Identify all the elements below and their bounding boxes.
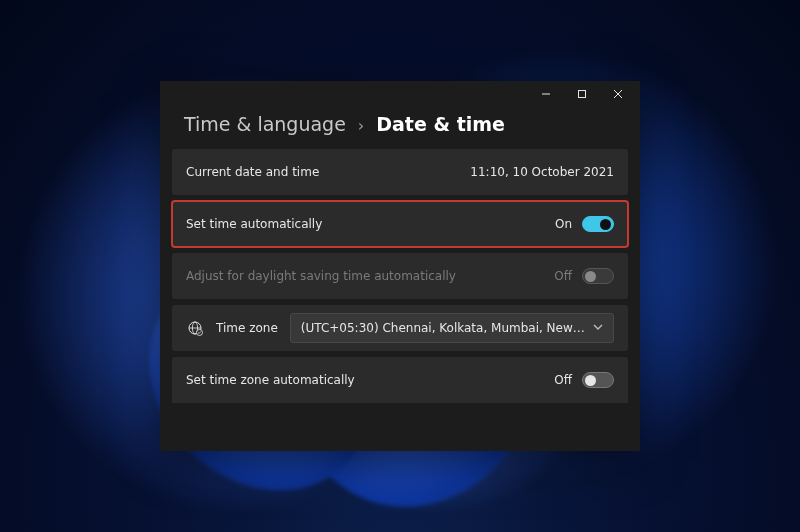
timezone-selected-value: (UTC+05:30) Chennai, Kolkata, Mumbai, Ne…: [301, 321, 585, 335]
chevron-right-icon: ›: [358, 116, 364, 135]
maximize-button[interactable]: [564, 81, 600, 107]
dst-toggle: [582, 268, 614, 284]
current-datetime-label: Current date and time: [186, 165, 319, 179]
set-timezone-automatically-label: Set time zone automatically: [186, 373, 355, 387]
window-titlebar: [160, 81, 640, 107]
timezone-row: Time zone (UTC+05:30) Chennai, Kolkata, …: [172, 305, 628, 351]
set-time-automatically-state: On: [555, 217, 572, 231]
set-time-automatically-toggle[interactable]: [582, 216, 614, 232]
close-button[interactable]: [600, 81, 636, 107]
close-icon: [613, 89, 623, 99]
settings-panel: Current date and time 11:10, 10 October …: [160, 149, 640, 451]
set-timezone-automatically-toggle[interactable]: [582, 372, 614, 388]
dst-state: Off: [554, 269, 572, 283]
chevron-down-icon: [593, 321, 603, 335]
settings-window: Time & language › Date & time Current da…: [160, 81, 640, 451]
current-datetime-value: 11:10, 10 October 2021: [470, 165, 614, 179]
set-time-automatically-label: Set time automatically: [186, 217, 322, 231]
set-timezone-automatically-state: Off: [554, 373, 572, 387]
breadcrumb-parent[interactable]: Time & language: [184, 113, 346, 135]
minimize-icon: [541, 89, 551, 99]
globe-icon: [186, 319, 204, 337]
minimize-button[interactable]: [528, 81, 564, 107]
breadcrumb: Time & language › Date & time: [160, 107, 640, 149]
breadcrumb-current: Date & time: [376, 113, 505, 135]
dst-label: Adjust for daylight saving time automati…: [186, 269, 456, 283]
current-datetime-row: Current date and time 11:10, 10 October …: [172, 149, 628, 195]
timezone-dropdown[interactable]: (UTC+05:30) Chennai, Kolkata, Mumbai, Ne…: [290, 313, 614, 343]
maximize-icon: [577, 89, 587, 99]
timezone-label: Time zone: [216, 321, 278, 335]
set-timezone-automatically-row[interactable]: Set time zone automatically Off: [172, 357, 628, 403]
set-time-automatically-row[interactable]: Set time automatically On: [172, 201, 628, 247]
svg-rect-1: [579, 91, 586, 98]
dst-row: Adjust for daylight saving time automati…: [172, 253, 628, 299]
